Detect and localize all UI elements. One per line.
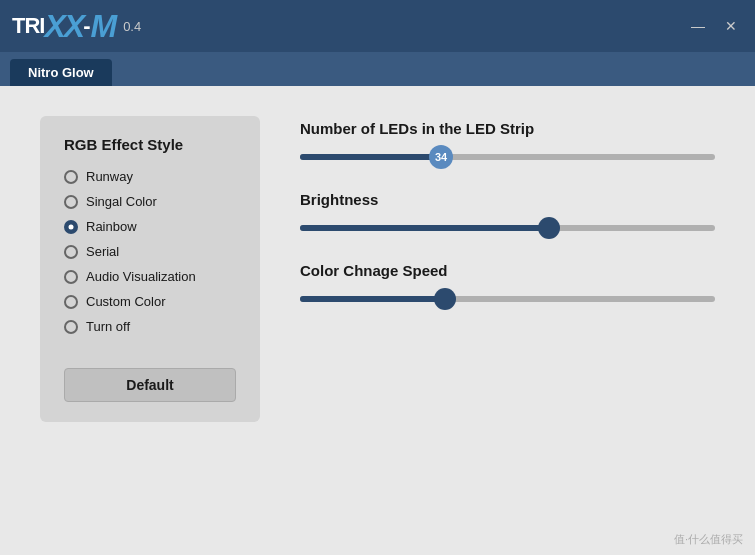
radio-item-runway[interactable]: Runway bbox=[64, 169, 236, 184]
radio-item-turn-off[interactable]: Turn off bbox=[64, 319, 236, 334]
logo-version: 0.4 bbox=[123, 19, 141, 34]
brightness-slider[interactable] bbox=[300, 218, 715, 238]
window-controls: — ✕ bbox=[685, 16, 743, 36]
radio-circle-singal-color bbox=[64, 195, 78, 209]
radio-item-serial[interactable]: Serial bbox=[64, 244, 236, 259]
brightness-fill bbox=[300, 225, 549, 231]
radio-item-custom-color[interactable]: Custom Color bbox=[64, 294, 236, 309]
color-speed-track bbox=[300, 296, 715, 302]
tab-bar: Nitro Glow bbox=[0, 52, 755, 86]
brightness-section: Brightness bbox=[300, 191, 715, 238]
minimize-button[interactable]: — bbox=[685, 16, 711, 36]
main-content: RGB Effect Style Runway Singal Color Rai… bbox=[0, 86, 755, 452]
radio-circle-turn-off bbox=[64, 320, 78, 334]
left-panel: RGB Effect Style Runway Singal Color Rai… bbox=[40, 116, 260, 422]
radio-label-rainbow: Rainbow bbox=[86, 219, 137, 234]
logo-m: M bbox=[90, 8, 117, 45]
radio-circle-runway bbox=[64, 170, 78, 184]
led-count-fill bbox=[300, 154, 441, 160]
color-speed-slider[interactable] bbox=[300, 289, 715, 309]
radio-item-audio-visualization[interactable]: Audio Visualization bbox=[64, 269, 236, 284]
brightness-track bbox=[300, 225, 715, 231]
logo-xx: XX bbox=[44, 8, 83, 45]
tab-nitro-glow[interactable]: Nitro Glow bbox=[10, 59, 112, 86]
close-button[interactable]: ✕ bbox=[719, 16, 743, 36]
radio-group: Runway Singal Color Rainbow Serial Audio… bbox=[64, 169, 236, 334]
app-logo: TRI XX - M 0.4 bbox=[12, 8, 141, 45]
led-count-label: Number of LEDs in the LED Strip bbox=[300, 120, 715, 137]
led-count-track bbox=[300, 154, 715, 160]
default-button[interactable]: Default bbox=[64, 368, 236, 402]
radio-label-audio-visualization: Audio Visualization bbox=[86, 269, 196, 284]
radio-circle-custom-color bbox=[64, 295, 78, 309]
radio-item-singal-color[interactable]: Singal Color bbox=[64, 194, 236, 209]
led-count-badge: 34 bbox=[429, 145, 453, 169]
right-panel: Number of LEDs in the LED Strip 34 Brigh… bbox=[300, 116, 715, 422]
brightness-thumb[interactable] bbox=[538, 217, 560, 239]
color-speed-thumb[interactable] bbox=[434, 288, 456, 310]
radio-label-singal-color: Singal Color bbox=[86, 194, 157, 209]
brightness-label: Brightness bbox=[300, 191, 715, 208]
led-count-section: Number of LEDs in the LED Strip 34 bbox=[300, 120, 715, 167]
rgb-effect-title: RGB Effect Style bbox=[64, 136, 236, 153]
radio-item-rainbow[interactable]: Rainbow bbox=[64, 219, 236, 234]
radio-label-runway: Runway bbox=[86, 169, 133, 184]
radio-label-serial: Serial bbox=[86, 244, 119, 259]
color-speed-label: Color Chnage Speed bbox=[300, 262, 715, 279]
radio-label-custom-color: Custom Color bbox=[86, 294, 165, 309]
radio-circle-rainbow bbox=[64, 220, 78, 234]
title-bar: TRI XX - M 0.4 — ✕ bbox=[0, 0, 755, 52]
color-speed-fill bbox=[300, 296, 445, 302]
radio-label-turn-off: Turn off bbox=[86, 319, 130, 334]
watermark: 值·什么值得买 bbox=[674, 532, 743, 547]
color-speed-section: Color Chnage Speed bbox=[300, 262, 715, 309]
led-count-slider[interactable]: 34 bbox=[300, 147, 715, 167]
radio-circle-serial bbox=[64, 245, 78, 259]
logo-tri: TRI bbox=[12, 13, 44, 39]
radio-circle-audio-visualization bbox=[64, 270, 78, 284]
logo-dash: - bbox=[83, 13, 90, 39]
